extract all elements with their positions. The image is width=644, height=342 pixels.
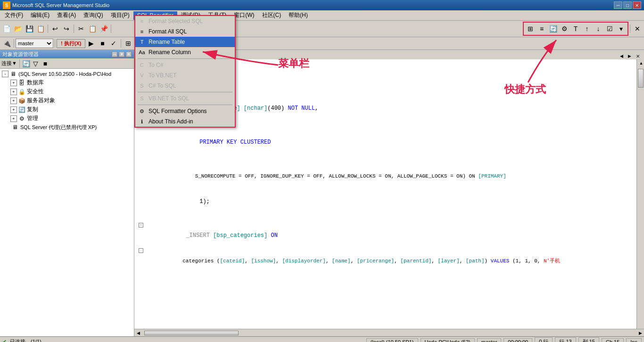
- tree-item-agent[interactable]: 🖥 SQL Server 代理(已禁用代理 XP): [1, 123, 133, 131]
- menu-community[interactable]: 社区(C): [258, 10, 285, 20]
- vscroll-track[interactable]: [637, 66, 644, 329]
- tree-item-databases[interactable]: + 🗄 数据库: [1, 78, 133, 87]
- security-icon: 🔒: [18, 88, 25, 96]
- database-select[interactable]: master: [16, 39, 53, 48]
- line-ctrl-11[interactable]: -: [137, 248, 145, 253]
- close-button[interactable]: ✕: [633, 1, 641, 9]
- menu-view[interactable]: 查看(A): [53, 10, 80, 20]
- expander-sobj[interactable]: +: [10, 98, 17, 104]
- save-all-btn[interactable]: 📋: [35, 24, 46, 34]
- connect-btn[interactable]: 🔌: [1, 38, 12, 49]
- code-text-12: [145, 274, 634, 282]
- format-btn3[interactable]: 🔄: [548, 24, 558, 34]
- format-btn6[interactable]: ↑: [582, 24, 592, 34]
- format-btn7[interactable]: ↓: [593, 24, 603, 34]
- vscroll-thumb[interactable]: [638, 69, 644, 88]
- connect-link[interactable]: 连接▼: [1, 60, 17, 67]
- toolbar-row2: 🔌 master ! 执行(X) ▶ ■ ✓ ⊞ ≡ 📄 📊 → ← -- ☞ …: [0, 37, 644, 50]
- formatter-options-item[interactable]: ⚙ SQL Formatter Options: [135, 106, 235, 116]
- tree-item-server[interactable]: - 🖥 (SQL Server 10.50.2500 - Hoda-PC\Hod: [1, 70, 133, 78]
- stop-refresh-btn[interactable]: ■: [41, 60, 49, 67]
- server-icon: 🖥: [9, 70, 17, 78]
- status-server: (local) (10.50 SP1): [366, 338, 418, 342]
- expander-mgmt[interactable]: +: [10, 115, 17, 122]
- tree-item-replication[interactable]: + 🔄 复制: [1, 105, 133, 114]
- cut-btn[interactable]: ✂: [76, 24, 86, 34]
- restore-button[interactable]: □: [623, 1, 632, 9]
- csharp-to-sql-item[interactable]: S C# To SQL: [135, 81, 235, 91]
- server-label: (SQL Server 10.50.2500 - Hoda-PC\Hod: [18, 71, 111, 77]
- about-addin-item[interactable]: ℹ About This Add-in: [135, 116, 235, 127]
- tab-close-x-btn[interactable]: ✕: [635, 53, 641, 59]
- editor-vscrollbar[interactable]: ▲ ▼: [636, 59, 644, 329]
- copy-btn[interactable]: 📋: [87, 24, 98, 34]
- hscroll-track[interactable]: [142, 330, 636, 336]
- about-label: About This Add-in: [149, 118, 193, 125]
- panel-down-btn[interactable]: ▾: [119, 51, 124, 57]
- scroll-hright-btn[interactable]: ▶: [637, 330, 644, 336]
- format-selected-item[interactable]: ≡ Format Selected SQL: [135, 16, 235, 26]
- filter-btn[interactable]: ▽: [32, 60, 40, 67]
- format-btn9[interactable]: ▾: [616, 24, 626, 34]
- menu-project[interactable]: 项目(P): [107, 10, 133, 20]
- parse-btn[interactable]: ✓: [108, 38, 119, 49]
- code-line-7: S_NORECOMPUTE = OFF, IGNORE_DUP_KEY = OF…: [137, 163, 634, 189]
- undo-btn[interactable]: ↩: [50, 24, 60, 34]
- format-btn1[interactable]: ⊞: [525, 24, 536, 34]
- status-col: 列 15: [578, 337, 599, 342]
- menu-help[interactable]: 帮助(H): [285, 10, 312, 20]
- object-tree: - 🖥 (SQL Server 10.50.2500 - Hoda-PC\Hod…: [0, 69, 134, 336]
- close-tab-btn[interactable]: ✕: [632, 24, 643, 34]
- debug-btn[interactable]: ▶: [86, 38, 96, 49]
- highlighted-toolbar: ⊞ ≡ 🔄 ⚙ T ↑ ↓ ☑ ▾: [523, 22, 628, 36]
- management-label: 管理: [27, 114, 38, 122]
- to-csharp-item[interactable]: C To C#: [135, 60, 235, 70]
- code-line-6: [137, 155, 634, 163]
- tree-item-server-objects[interactable]: + 📦 服务器对象: [1, 96, 133, 105]
- new-query-button[interactable]: 📄: [1, 24, 12, 34]
- stop-btn[interactable]: ■: [97, 38, 107, 49]
- scroll-right-btn[interactable]: ▶: [627, 53, 632, 59]
- panel-pin-btn[interactable]: ─: [112, 51, 117, 57]
- tree-item-security[interactable]: + 🔒 安全性: [1, 87, 133, 96]
- expander-server[interactable]: -: [2, 71, 8, 77]
- panel-close-btn[interactable]: ✕: [126, 51, 132, 57]
- menu-query[interactable]: 查询(Q): [80, 10, 107, 20]
- expander-rep[interactable]: +: [10, 106, 17, 113]
- result-grid-btn[interactable]: ⊞: [123, 38, 133, 49]
- refresh-btn[interactable]: 🔄: [23, 60, 30, 67]
- tree-item-management[interactable]: + ⚙ 管理: [1, 114, 133, 123]
- open-btn[interactable]: 📂: [13, 24, 23, 34]
- scroll-up-btn[interactable]: ▲: [637, 60, 644, 66]
- rename-table-item[interactable]: T Rename Table: [135, 37, 235, 47]
- vb2sql-icon: S: [138, 94, 146, 103]
- vbnet-to-sql-label: VB.NET To SQL: [149, 95, 189, 102]
- expander-sec[interactable]: +: [10, 89, 17, 95]
- scroll-hleft-btn[interactable]: ◀: [135, 330, 141, 336]
- format-btn4[interactable]: ⚙: [559, 24, 570, 34]
- format-btn2[interactable]: ≡: [537, 24, 547, 34]
- menu-file[interactable]: 文件(F): [1, 10, 27, 20]
- vbnet-to-sql-item[interactable]: S VB.NET To SQL: [135, 93, 235, 104]
- execute-button[interactable]: ! 执行(X): [57, 39, 85, 48]
- to-vbnet-item[interactable]: V To VB.NET: [135, 70, 235, 81]
- code-text-7: S_NORECOMPUTE = OFF, IGNORE_DUP_KEY = OF…: [145, 163, 634, 189]
- hscroll-thumb[interactable]: [144, 331, 239, 335]
- menu-edit[interactable]: 编辑(E): [27, 10, 53, 20]
- save-btn[interactable]: 💾: [24, 24, 34, 34]
- scroll-left-btn[interactable]: ◀: [619, 53, 624, 59]
- editor-hscrollbar[interactable]: ◀ ▶: [134, 329, 644, 336]
- format-btn8[interactable]: ☑: [604, 24, 615, 34]
- expander-db[interactable]: +: [10, 80, 17, 86]
- format-btn5[interactable]: T: [570, 24, 581, 34]
- redo-btn[interactable]: ↪: [61, 24, 72, 34]
- line-ctrl-10[interactable]: +: [137, 223, 145, 228]
- rename-column-item[interactable]: Aa Rename Column: [135, 47, 235, 57]
- csharp-icon: C: [138, 61, 146, 69]
- paste-btn[interactable]: 📌: [99, 24, 109, 34]
- format-all-item[interactable]: ≡ Format All SQL: [135, 26, 235, 37]
- code-line-8: 1);: [137, 189, 634, 214]
- format-selected-icon: ≡: [138, 17, 146, 25]
- replication-label: 复制: [27, 106, 38, 114]
- minimize-button[interactable]: ─: [614, 1, 622, 9]
